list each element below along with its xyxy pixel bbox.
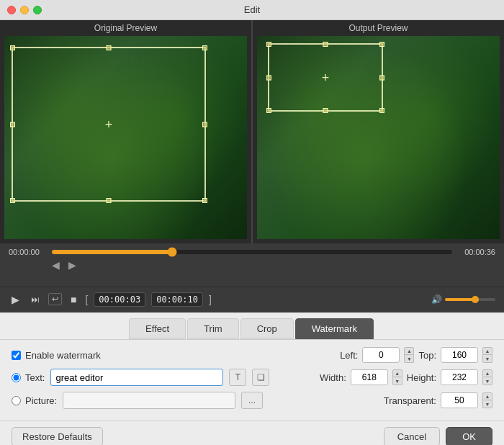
height-input[interactable]: [441, 369, 478, 385]
trim-markers: ◀ ▶: [9, 259, 495, 271]
bold-text-button[interactable]: T: [229, 369, 246, 386]
original-crop-overlay[interactable]: [12, 47, 206, 202]
output-preview-panel: Output Preview: [253, 20, 504, 243]
picture-path-input[interactable]: [63, 392, 235, 409]
timeline-progress: [52, 250, 172, 254]
handle-bottom-right[interactable]: [202, 198, 207, 203]
browse-button[interactable]: ...: [241, 392, 263, 409]
handle-bottom-left[interactable]: [10, 198, 15, 203]
timeline-start-time: 00:00:00: [9, 248, 46, 256]
maximize-button[interactable]: [33, 6, 42, 14]
timeline-track[interactable]: [52, 250, 452, 254]
tab-effect[interactable]: Effect: [129, 318, 186, 339]
loop-button[interactable]: ↩: [48, 293, 62, 305]
handle-top-left[interactable]: [10, 45, 15, 50]
output-handle-mr[interactable]: [379, 75, 384, 80]
text-radio-label[interactable]: Text:: [12, 372, 45, 383]
bracket-right: ]: [209, 294, 212, 305]
width-label: Width:: [320, 372, 346, 383]
controls-area: ▶ ⏭ ↩ ■ [ 00:00:03 00:00:10 ] 🔊: [0, 287, 504, 313]
left-spin-up[interactable]: ▲: [404, 347, 414, 355]
handle-bottom-mid[interactable]: [107, 198, 112, 203]
output-handle-tr[interactable]: [379, 42, 384, 47]
trim-left-marker: ◀: [52, 259, 60, 271]
ok-button[interactable]: OK: [446, 427, 492, 445]
top-input[interactable]: [441, 347, 478, 363]
timeline-end-time: 00:00:36: [458, 248, 495, 256]
volume-thumb[interactable]: [472, 296, 479, 303]
text-value-input[interactable]: [50, 369, 223, 386]
text-radio[interactable]: [12, 373, 21, 382]
output-handle-tl[interactable]: [266, 42, 271, 47]
left-spin-down[interactable]: ▼: [404, 355, 414, 363]
minimize-button[interactable]: [20, 6, 29, 14]
output-video: [257, 36, 500, 239]
top-label: Top:: [418, 350, 436, 361]
transparent-input[interactable]: [441, 392, 478, 408]
handle-top-mid[interactable]: [107, 45, 112, 50]
height-label: Height:: [407, 372, 436, 383]
original-preview-panel: Original Preview: [0, 20, 251, 243]
transparent-spin-down[interactable]: ▼: [482, 400, 492, 408]
left-input[interactable]: [362, 347, 400, 363]
picture-radio[interactable]: [12, 396, 21, 405]
transparent-params: Transparent: ▲ ▼: [384, 392, 492, 408]
window-controls: [7, 6, 42, 14]
width-spinner: ▲ ▼: [392, 369, 402, 385]
restore-defaults-button[interactable]: Restore Defaults: [12, 427, 103, 445]
top-spin-down[interactable]: ▼: [482, 355, 492, 363]
tab-trim[interactable]: Trim: [187, 318, 239, 339]
height-spin-up[interactable]: ▲: [482, 369, 492, 377]
step-forward-button[interactable]: ⏭: [28, 293, 42, 306]
output-handle-tm[interactable]: [323, 42, 328, 47]
timeline-thumb[interactable]: [167, 248, 176, 257]
original-preview-label: Original Preview: [0, 20, 251, 36]
height-spinner: ▲ ▼: [482, 369, 492, 385]
output-handle-ml[interactable]: [266, 75, 271, 80]
top-spin-up[interactable]: ▲: [482, 347, 492, 355]
tabs-row: Effect Trim Crop Watermark: [0, 318, 504, 340]
width-spin-down[interactable]: ▼: [392, 377, 402, 385]
transparent-spin-up[interactable]: ▲: [482, 392, 492, 400]
volume-slider[interactable]: [445, 298, 495, 301]
window-title: Edit: [244, 4, 260, 15]
width-input[interactable]: [351, 369, 388, 385]
enable-watermark-text: Enable watermark: [25, 350, 101, 361]
cancel-button[interactable]: Cancel: [384, 427, 440, 445]
tab-watermark[interactable]: Watermark: [295, 318, 374, 339]
clip-start-display: 00:00:03: [94, 292, 145, 307]
width-height-params: Width: ▲ ▼ Height: ▲ ▼: [320, 369, 492, 385]
handle-top-right[interactable]: [202, 45, 207, 50]
output-crop-overlay[interactable]: [268, 43, 383, 112]
height-spin-down[interactable]: ▼: [482, 377, 492, 385]
handle-mid-right[interactable]: [202, 122, 207, 127]
bottom-bar: Restore Defaults Cancel OK: [0, 421, 504, 445]
output-handle-br[interactable]: [379, 108, 384, 113]
original-video: [4, 36, 247, 239]
clip-start-time: 00:00:03: [99, 295, 140, 305]
transparent-spinner: ▲ ▼: [482, 392, 492, 408]
output-preview-label: Output Preview: [253, 20, 504, 36]
text-label: Text:: [25, 372, 45, 383]
play-button[interactable]: ▶: [9, 292, 22, 307]
stop-button[interactable]: ■: [68, 292, 79, 307]
text-row: Text: T ❏ Width: ▲ ▼ Height: ▲ ▼: [12, 369, 492, 386]
volume-group: 🔊: [431, 295, 495, 305]
enable-watermark-checkbox[interactable]: [12, 351, 21, 360]
left-spinner: ▲ ▼: [404, 347, 414, 363]
tab-crop[interactable]: Crop: [240, 318, 294, 339]
trim-right-marker: ▶: [68, 259, 76, 271]
top-spinner: ▲ ▼: [482, 347, 492, 363]
volume-icon: 🔊: [431, 295, 442, 305]
handle-mid-left[interactable]: [10, 122, 15, 127]
output-handle-bl[interactable]: [266, 108, 271, 113]
width-spin-up[interactable]: ▲: [392, 369, 402, 377]
timeline-area: 00:00:00 00:00:36 ◀ ▶: [0, 243, 504, 287]
picture-label: Picture:: [25, 395, 57, 406]
picture-radio-label[interactable]: Picture:: [12, 395, 57, 406]
enable-watermark-label[interactable]: Enable watermark: [12, 350, 101, 361]
copy-button[interactable]: ❏: [252, 369, 269, 386]
enable-row: Enable watermark Left: ▲ ▼ Top: ▲ ▼: [12, 347, 492, 363]
close-button[interactable]: [7, 6, 16, 14]
output-handle-bm[interactable]: [323, 108, 328, 113]
